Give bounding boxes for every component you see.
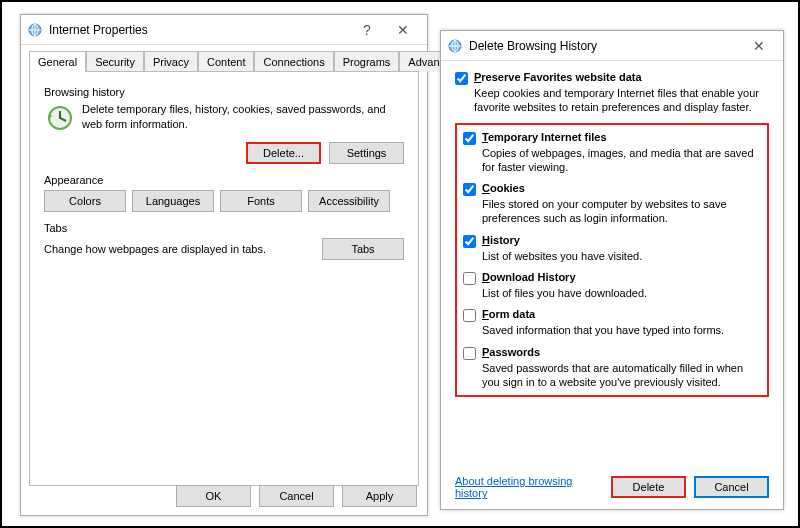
form-data-desc: Saved information that you have typed in… — [482, 323, 761, 337]
dbh-delete-button[interactable]: Delete — [611, 476, 686, 498]
cookies-desc: Files stored on your computer by website… — [482, 197, 761, 226]
languages-button[interactable]: Languages — [132, 190, 214, 212]
ip-tabstrip: General Security Privacy Content Connect… — [21, 45, 427, 72]
tab-connections[interactable]: Connections — [254, 51, 333, 72]
dbh-cancel-button[interactable]: Cancel — [694, 476, 769, 498]
accessibility-button[interactable]: Accessibility — [308, 190, 390, 212]
temp-files-checkbox[interactable] — [463, 132, 476, 145]
form-data-checkbox[interactable] — [463, 309, 476, 322]
ip-general-panel: Browsing history Delete temporary files,… — [29, 71, 419, 486]
tab-general[interactable]: General — [29, 51, 86, 72]
internet-options-icon — [447, 38, 463, 54]
settings-button[interactable]: Settings — [329, 142, 404, 164]
section-appearance: Appearance — [44, 174, 408, 186]
delete-browsing-history-window: Delete Browsing History ✕ Preserve Favor… — [440, 30, 784, 510]
cancel-button[interactable]: Cancel — [259, 485, 334, 507]
download-history-label: Download History — [482, 271, 576, 283]
bh-description: Delete temporary files, history, cookies… — [82, 102, 408, 132]
passwords-label: Passwords — [482, 346, 540, 358]
apply-button[interactable]: Apply — [342, 485, 417, 507]
history-checkbox[interactable] — [463, 235, 476, 248]
cookies-checkbox[interactable] — [463, 183, 476, 196]
form-data-label: Form data — [482, 308, 535, 320]
section-browsing-history: Browsing history — [44, 86, 408, 98]
preserve-favorites-checkbox[interactable] — [455, 72, 468, 85]
close-button[interactable]: ✕ — [741, 34, 777, 58]
tab-content[interactable]: Content — [198, 51, 255, 72]
highlighted-options-group: Temporary Internet files Copies of webpa… — [455, 123, 769, 398]
internet-options-icon — [27, 22, 43, 38]
section-tabs: Tabs — [44, 222, 408, 234]
preserve-favorites-label: Preserve Favorites website data — [474, 71, 642, 83]
cookies-label: Cookies — [482, 182, 525, 194]
download-history-desc: List of files you have downloaded. — [482, 286, 761, 300]
temp-files-desc: Copies of webpages, images, and media th… — [482, 146, 761, 175]
dbh-titlebar: Delete Browsing History ✕ — [441, 31, 783, 61]
temp-files-label: Temporary Internet files — [482, 131, 607, 143]
tabs-description: Change how webpages are displayed in tab… — [44, 243, 266, 255]
about-link[interactable]: About deleting browsing history — [455, 475, 595, 499]
colors-button[interactable]: Colors — [44, 190, 126, 212]
internet-properties-window: Internet Properties ? ✕ General Security… — [20, 14, 428, 516]
fonts-button[interactable]: Fonts — [220, 190, 302, 212]
tabs-button[interactable]: Tabs — [322, 238, 404, 260]
tab-privacy[interactable]: Privacy — [144, 51, 198, 72]
preserve-favorites-desc: Keep cookies and temporary Internet file… — [474, 86, 769, 115]
dbh-title: Delete Browsing History — [469, 39, 741, 53]
tab-programs[interactable]: Programs — [334, 51, 400, 72]
ok-button[interactable]: OK — [176, 485, 251, 507]
ip-titlebar: Internet Properties ? ✕ — [21, 15, 427, 45]
close-button[interactable]: ✕ — [385, 18, 421, 42]
ip-title: Internet Properties — [49, 23, 349, 37]
passwords-desc: Saved passwords that are automatically f… — [482, 361, 761, 390]
passwords-checkbox[interactable] — [463, 347, 476, 360]
download-history-checkbox[interactable] — [463, 272, 476, 285]
history-clock-icon — [44, 102, 76, 134]
history-label: History — [482, 234, 520, 246]
history-desc: List of websites you have visited. — [482, 249, 761, 263]
delete-button[interactable]: Delete... — [246, 142, 321, 164]
help-button[interactable]: ? — [349, 18, 385, 42]
tab-security[interactable]: Security — [86, 51, 144, 72]
